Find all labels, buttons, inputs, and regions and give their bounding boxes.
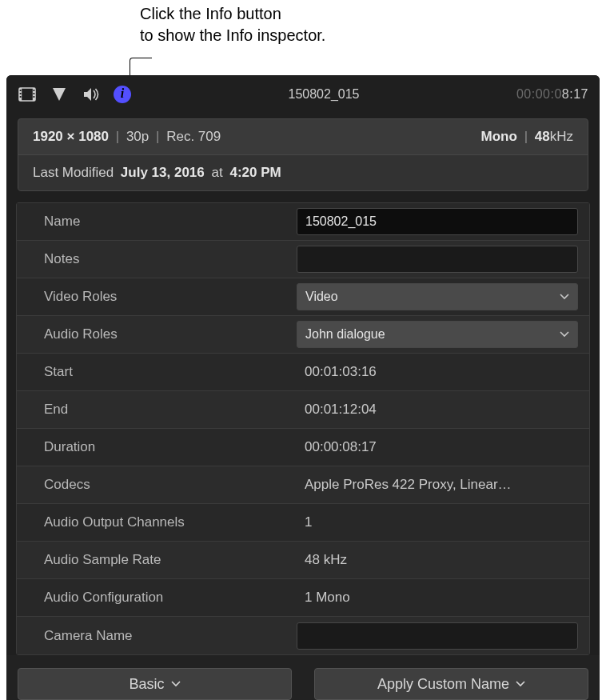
- label-audio-output-channels: Audio Output Channels: [17, 514, 297, 530]
- info-inspector-icon[interactable]: i: [114, 86, 131, 103]
- name-field[interactable]: [297, 208, 578, 235]
- svg-rect-5: [20, 96, 22, 98]
- value-audio-output-channels: 1: [297, 514, 578, 530]
- property-list: Name Notes Video Roles Video Audio Roles: [16, 202, 590, 655]
- value-audio-sample-rate: 48 kHz: [297, 552, 578, 568]
- svg-rect-4: [20, 93, 22, 94]
- svg-rect-8: [34, 96, 35, 98]
- value-duration: 00:00:08:17: [297, 439, 578, 455]
- row-end: End 00:01:12:04: [17, 391, 589, 429]
- label-start: Start: [17, 364, 297, 380]
- summary-modified: Last Modified July 13, 2016 at 4:20 PM: [33, 165, 281, 181]
- summary-format: 1920 × 1080 | 30p | Rec. 709: [33, 129, 221, 145]
- header-timecode: 00:00:08:17: [516, 87, 588, 102]
- label-duration: Duration: [17, 439, 297, 455]
- row-audio-roles: Audio Roles John dialogue: [17, 316, 589, 354]
- label-notes: Notes: [17, 251, 297, 267]
- value-audio-configuration: 1 Mono: [297, 590, 578, 606]
- chevron-down-icon: [560, 331, 569, 338]
- row-notes: Notes: [17, 241, 589, 278]
- value-start: 00:01:03:16: [297, 364, 578, 380]
- chevron-down-icon: [560, 294, 569, 300]
- label-video-roles: Video Roles: [17, 289, 297, 305]
- callout-line1: Click the Info button: [140, 5, 281, 22]
- row-audio-configuration: Audio Configuration 1 Mono: [17, 579, 589, 617]
- info-inspector-panel: i 150802_015 00:00:08:17 1920 × 1080 | 3…: [6, 75, 600, 700]
- video-roles-select[interactable]: Video: [297, 283, 578, 310]
- row-duration: Duration 00:00:08:17: [17, 429, 589, 466]
- inspector-tabs: i: [18, 85, 131, 104]
- video-inspector-icon[interactable]: [18, 85, 37, 104]
- label-audio-sample-rate: Audio Sample Rate: [17, 552, 297, 568]
- svg-rect-6: [34, 90, 35, 91]
- callout-line2: to show the Info inspector.: [140, 26, 325, 44]
- summary-audio: Mono | 48kHz: [481, 129, 573, 145]
- label-camera-name: Camera Name: [17, 628, 297, 644]
- label-audio-roles: Audio Roles: [17, 326, 297, 342]
- callout: Click the Info button to show the Info i…: [0, 0, 606, 75]
- value-codecs: Apple ProRes 422 Proxy, Linear…: [297, 477, 578, 493]
- summary-modified-row: Last Modified July 13, 2016 at 4:20 PM: [18, 154, 588, 190]
- camera-name-field[interactable]: [297, 622, 578, 650]
- svg-rect-7: [34, 93, 35, 94]
- row-audio-output-channels: Audio Output Channels 1: [17, 504, 589, 542]
- apply-custom-name-button[interactable]: Apply Custom Name: [314, 668, 588, 700]
- label-name: Name: [17, 214, 297, 230]
- summary-format-row: 1920 × 1080 | 30p | Rec. 709 Mono | 48kH…: [18, 119, 588, 154]
- row-video-roles: Video Roles Video: [17, 278, 589, 316]
- row-camera-name: Camera Name: [17, 617, 589, 654]
- row-name: Name: [17, 203, 589, 241]
- row-audio-sample-rate: Audio Sample Rate 48 kHz: [17, 542, 589, 579]
- chevron-down-icon: [516, 681, 525, 687]
- clip-summary: 1920 × 1080 | 30p | Rec. 709 Mono | 48kH…: [18, 118, 588, 191]
- timecode-bright: 8:17: [562, 87, 588, 101]
- inspector-footer: Basic Apply Custom Name: [6, 655, 600, 700]
- label-codecs: Codecs: [17, 477, 297, 493]
- audio-inspector-icon[interactable]: [82, 85, 101, 104]
- notes-field[interactable]: [297, 246, 578, 273]
- label-audio-configuration: Audio Configuration: [17, 590, 297, 606]
- chevron-down-icon: [171, 681, 181, 687]
- audio-roles-select[interactable]: John dialogue: [297, 321, 578, 348]
- value-end: 00:01:12:04: [297, 402, 578, 418]
- row-start: Start 00:01:03:16: [17, 354, 589, 391]
- metadata-view-button[interactable]: Basic: [18, 668, 292, 700]
- inspector-tab-bar: i 150802_015 00:00:08:17: [6, 75, 600, 114]
- clip-name: 150802_015: [131, 87, 516, 102]
- callout-text: Click the Info button to show the Info i…: [140, 3, 325, 46]
- svg-rect-3: [20, 90, 22, 91]
- label-end: End: [17, 402, 297, 418]
- color-inspector-icon[interactable]: [50, 85, 69, 104]
- row-codecs: Codecs Apple ProRes 422 Proxy, Linear…: [17, 466, 589, 504]
- timecode-dim: 00:00:0: [516, 87, 562, 101]
